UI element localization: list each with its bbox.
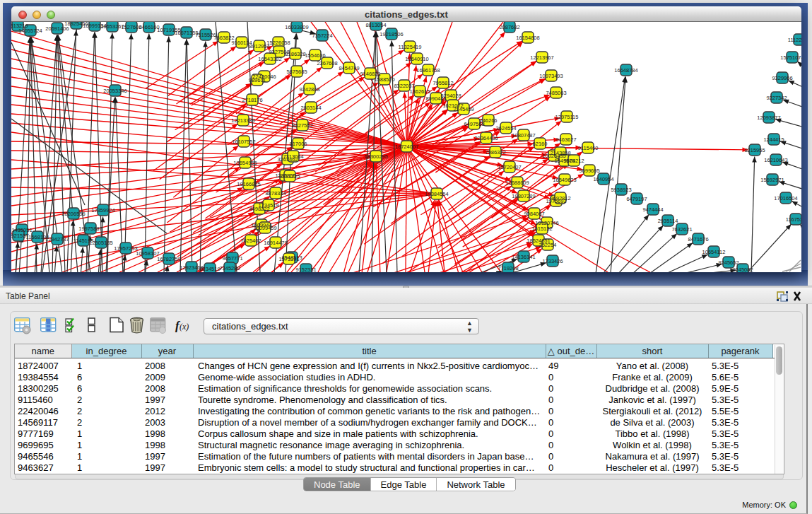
svg-text:8471676: 8471676 xyxy=(688,236,708,243)
svg-text:9657771: 9657771 xyxy=(222,255,242,262)
svg-text:7632621: 7632621 xyxy=(671,226,692,233)
svg-text:7986322: 7986322 xyxy=(485,149,505,156)
svg-text:10654112: 10654112 xyxy=(702,249,726,255)
svg-text:10958107: 10958107 xyxy=(136,250,159,257)
svg-text:11122345: 11122345 xyxy=(788,37,801,43)
svg-text:16543382: 16543382 xyxy=(258,56,281,62)
svg-text:8878334: 8878334 xyxy=(265,190,286,197)
svg-text:2935114: 2935114 xyxy=(658,218,678,224)
svg-text:9604212: 9604212 xyxy=(563,158,584,164)
svg-text:12942737: 12942737 xyxy=(45,236,69,243)
svg-text:2087682: 2087682 xyxy=(499,24,519,30)
svg-text:19166825: 19166825 xyxy=(237,181,260,187)
svg-text:8813054: 8813054 xyxy=(365,22,386,28)
svg-text:5875685: 5875685 xyxy=(286,69,307,75)
svg-text:19975887: 19975887 xyxy=(78,226,102,232)
svg-text:9227342: 9227342 xyxy=(766,95,787,101)
svg-text:16107552: 16107552 xyxy=(232,139,255,145)
svg-text:9084067: 9084067 xyxy=(524,211,544,217)
svg-text:7515526: 7515526 xyxy=(195,32,216,38)
svg-text:14055724: 14055724 xyxy=(18,28,42,34)
svg-text:9474444: 9474444 xyxy=(642,206,663,213)
svg-text:7313064: 7313064 xyxy=(283,153,303,160)
svg-text:12213967: 12213967 xyxy=(530,54,553,61)
svg-text:7485063: 7485063 xyxy=(546,90,566,96)
svg-text:1362615: 1362615 xyxy=(409,88,430,95)
svg-text:9245082: 9245082 xyxy=(732,267,753,272)
svg-text:16648784: 16648784 xyxy=(614,67,637,74)
svg-text:15226058: 15226058 xyxy=(266,40,290,46)
svg-text:15751074: 15751074 xyxy=(780,54,801,61)
svg-text:16782759: 16782759 xyxy=(157,256,180,262)
svg-text:9463627: 9463627 xyxy=(555,136,576,143)
svg-text:1615132: 1615132 xyxy=(531,226,552,232)
svg-text:9152331: 9152331 xyxy=(295,267,316,272)
svg-text:16549623: 16549623 xyxy=(553,177,576,183)
svg-text:12093877: 12093877 xyxy=(757,115,780,121)
svg-text:18724007: 18724007 xyxy=(395,144,418,150)
svg-text:746266: 746266 xyxy=(479,117,497,124)
svg-text:7357224: 7357224 xyxy=(312,33,332,39)
svg-text:2803144: 2803144 xyxy=(300,105,321,111)
svg-text:20364436: 20364436 xyxy=(474,135,498,141)
svg-text:9245652: 9245652 xyxy=(718,259,739,266)
svg-text:2718176: 2718176 xyxy=(242,97,262,103)
svg-text:10688609: 10688609 xyxy=(505,180,529,186)
svg-text:19654955: 19654955 xyxy=(233,160,257,166)
svg-text:12975115: 12975115 xyxy=(555,114,579,120)
svg-text:16033809: 16033809 xyxy=(285,24,308,30)
svg-text:18300295: 18300295 xyxy=(364,153,387,160)
svg-text:9115460: 9115460 xyxy=(578,145,599,151)
svg-text:5938923: 5938923 xyxy=(611,187,631,193)
svg-text:19384554: 19384554 xyxy=(425,191,448,197)
svg-text:8234519: 8234519 xyxy=(199,266,220,272)
svg-text:8186328: 8186328 xyxy=(285,51,305,57)
svg-text:1167533: 1167533 xyxy=(786,216,801,223)
svg-text:6466160: 6466160 xyxy=(139,24,159,30)
svg-text:8454749: 8454749 xyxy=(339,65,359,71)
svg-text:7719208: 7719208 xyxy=(498,265,518,271)
svg-text:8931225: 8931225 xyxy=(279,173,300,180)
svg-text:17957253: 17957253 xyxy=(114,245,137,252)
svg-text:9329966: 9329966 xyxy=(772,75,792,81)
svg-text:1734519: 1734519 xyxy=(258,202,278,209)
svg-text:9242848: 9242848 xyxy=(299,86,319,93)
svg-text:17359924: 17359924 xyxy=(91,207,114,214)
svg-text:2145459: 2145459 xyxy=(453,106,473,112)
svg-text:989611: 989611 xyxy=(249,77,266,83)
svg-text:1244415: 1244415 xyxy=(763,136,784,143)
svg-text:1588520: 1588520 xyxy=(374,76,394,83)
svg-text:15692971: 15692971 xyxy=(760,177,784,183)
svg-text:16961758: 16961758 xyxy=(416,67,440,74)
svg-text:8215955: 8215955 xyxy=(744,147,765,153)
svg-text:15720407: 15720407 xyxy=(498,164,521,170)
svg-text:18640910: 18640910 xyxy=(405,56,428,62)
svg-text:(x): (x) xyxy=(180,322,189,332)
svg-text:1573391: 1573391 xyxy=(278,256,299,262)
svg-text:6794028: 6794028 xyxy=(440,93,461,99)
svg-text:12505185: 12505185 xyxy=(89,240,112,246)
svg-text:16210643: 16210643 xyxy=(764,157,787,163)
svg-text:2143858: 2143858 xyxy=(550,150,570,156)
svg-text:16914479: 16914479 xyxy=(264,240,287,246)
svg-text:20206556: 20206556 xyxy=(61,211,85,217)
svg-text:817006: 817006 xyxy=(289,141,307,147)
svg-text:7955812: 7955812 xyxy=(433,80,453,86)
svg-text:7345280: 7345280 xyxy=(219,265,240,271)
svg-text:6479197: 6479197 xyxy=(626,196,647,202)
svg-text:16099459: 16099459 xyxy=(253,225,276,231)
svg-text:8427552: 8427552 xyxy=(292,122,312,129)
svg-text:16154808: 16154808 xyxy=(516,35,539,41)
svg-text:17016504: 17016504 xyxy=(774,195,797,201)
svg-text:3624554: 3624554 xyxy=(495,125,516,132)
svg-text:18807289: 18807289 xyxy=(512,193,535,199)
svg-text:1640954: 1640954 xyxy=(593,176,613,182)
svg-text:252254: 252254 xyxy=(539,242,556,248)
svg-text:1733426: 1733426 xyxy=(542,258,563,264)
svg-text:62160: 62160 xyxy=(533,141,548,147)
svg-text:7625402: 7625402 xyxy=(240,238,261,244)
svg-text:9692812: 9692812 xyxy=(550,195,570,201)
svg-text:11325419: 11325419 xyxy=(399,44,422,50)
svg-text:9699695: 9699695 xyxy=(579,168,599,174)
svg-text:20053346: 20053346 xyxy=(103,88,126,94)
